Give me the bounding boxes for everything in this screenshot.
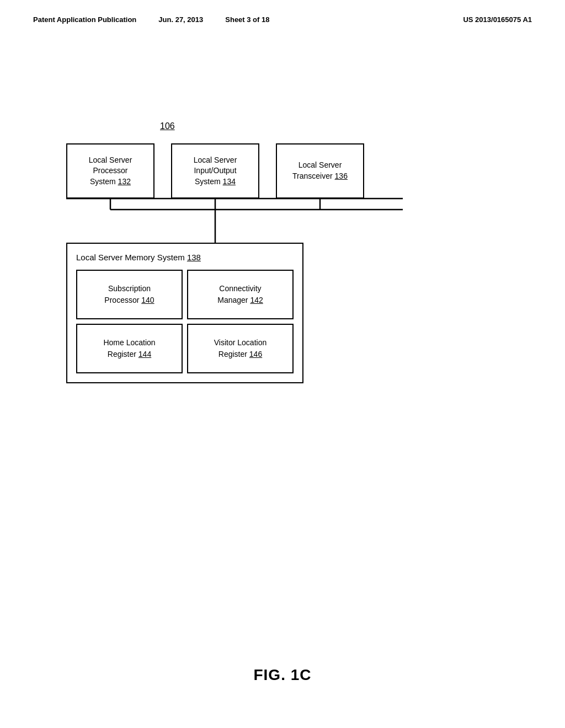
- header-sheet: Sheet 3 of 18: [225, 15, 269, 24]
- header-patent-number: US 2013/0165075 A1: [463, 15, 532, 24]
- box-home-location-register: Home LocationRegister 144: [76, 324, 183, 373]
- top-row-boxes: Local ServerProcessorSystem 132 Local Se…: [66, 143, 364, 199]
- memory-system-inner-grid: SubscriptionProcessor 140 ConnectivityMa…: [76, 270, 294, 373]
- box-134-text: Local ServerInput/OutputSystem 134: [194, 155, 237, 188]
- box-subscription-processor: SubscriptionProcessor 140: [76, 270, 183, 319]
- box-visitor-location-register: Visitor LocationRegister 146: [187, 324, 294, 373]
- ref-106-label: 106: [160, 121, 175, 131]
- box-connectivity-manager: ConnectivityManager 142: [187, 270, 294, 319]
- box-146-text: Visitor LocationRegister 146: [214, 337, 266, 360]
- box-local-server-processor-system: Local ServerProcessorSystem 132: [66, 143, 154, 199]
- box-142-text: ConnectivityManager 142: [217, 283, 263, 306]
- box-local-server-transceiver: Local ServerTransceiver 136: [276, 143, 364, 199]
- box-132-text: Local ServerProcessorSystem 132: [89, 155, 132, 188]
- page-header: Patent Application Publication Jun. 27, …: [33, 15, 532, 24]
- box-144-text: Home LocationRegister 144: [103, 337, 155, 360]
- memory-system-outer-box: Local Server Memory System 138 Subscript…: [66, 243, 303, 383]
- box-136-text: Local ServerTransceiver 136: [292, 160, 348, 181]
- box-140-text: SubscriptionProcessor 140: [104, 283, 154, 306]
- box-local-server-io-system: Local ServerInput/OutputSystem 134: [171, 143, 259, 199]
- figure-caption: FIG. 1C: [0, 666, 565, 684]
- header-publication-label: Patent Application Publication: [33, 15, 136, 24]
- diagram-area: 106 Local ServerProcessorSystem 132 Loca…: [33, 88, 532, 640]
- header-date: Jun. 27, 2013: [158, 15, 203, 24]
- memory-system-title: Local Server Memory System 138: [76, 253, 294, 262]
